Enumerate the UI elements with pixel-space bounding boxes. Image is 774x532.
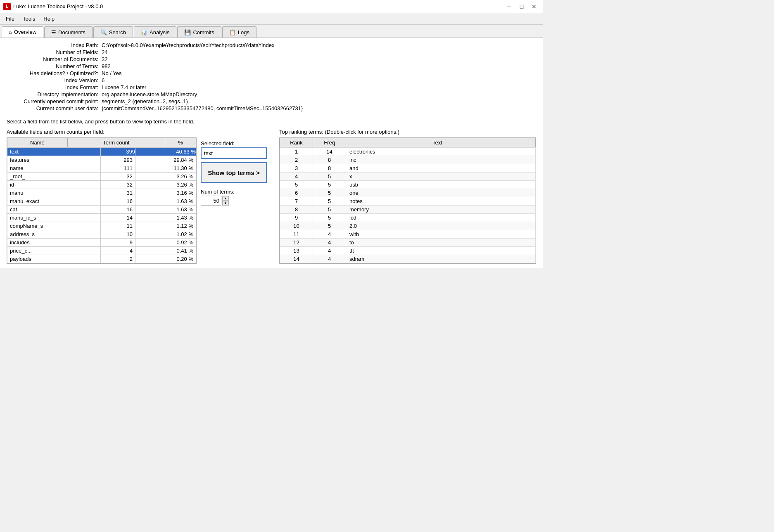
table-row[interactable]: name 111 11.30 % [7,164,196,173]
table-row[interactable]: 4 5 x [280,173,536,181]
menu-bar: File Tools Help [0,13,543,25]
field-pct: 0.20 % [135,255,196,263]
num-of-terms-input[interactable] [201,196,221,206]
table-row[interactable]: cat 16 1.63 % [7,206,196,214]
field-pct: 3.26 % [135,173,196,181]
term-text: tft [346,247,536,255]
search-icon: 🔍 [100,29,107,35]
field-pct: 11.30 % [135,164,196,173]
table-row[interactable]: manu 31 3.16 % [7,189,196,197]
table-row[interactable]: address_s 10 1.02 % [7,230,196,239]
table-row[interactable]: 5 5 usb [280,181,536,189]
tab-logs[interactable]: 📋 Logs [222,26,256,38]
table-row[interactable]: id 32 3.26 % [7,181,196,189]
term-freq: 5 [313,173,346,181]
middle-panel: Selected field: Show top terms > Num of … [201,129,275,264]
term-text: x [346,173,536,181]
table-row[interactable]: 3 8 and [280,164,536,173]
selected-field-input[interactable] [201,147,267,159]
term-freq: 4 [313,255,346,263]
field-termcount: 10 [100,230,135,239]
table-row[interactable]: 6 5 one [280,189,536,197]
field-termcount: 293 [100,156,135,164]
analysis-icon: 📊 [141,29,147,35]
field-pct: 3.26 % [135,181,196,189]
info-value: No / Yes [102,70,121,76]
show-top-terms-button[interactable]: Show top terms > [201,162,267,183]
info-row: Index Format:Lucene 7.4 or later [7,84,536,90]
term-text: usb [346,181,536,189]
table-row[interactable]: 9 5 lcd [280,214,536,222]
menu-tools[interactable]: Tools [19,15,39,23]
maximize-button[interactable]: □ [516,2,527,11]
table-row[interactable]: 2 8 inc [280,156,536,164]
info-label: Directory implementation: [7,91,102,97]
table-row[interactable]: manu_id_s 14 1.43 % [7,214,196,222]
term-freq: 14 [313,148,346,156]
term-freq: 4 [313,239,346,247]
term-freq: 5 [313,181,346,189]
field-termcount: 9 [100,239,135,247]
tab-overview[interactable]: ⌂ Overview [2,26,43,38]
term-rank: 9 [280,214,313,222]
field-pct: 1.63 % [135,206,196,214]
term-rank: 1 [280,148,313,156]
tab-commits-label: Commits [193,29,214,35]
table-row[interactable]: 10 5 2.0 [280,222,536,230]
spin-down-button[interactable]: ▼ [222,201,229,206]
tab-documents-label: Documents [58,29,85,35]
term-text: notes [346,197,536,206]
close-button[interactable]: ✕ [529,2,539,11]
tab-commits[interactable]: 💾 Commits [177,26,221,38]
info-value: org.apache.lucene.store.MMapDirectory [102,91,197,97]
logs-icon: 📋 [229,29,236,35]
terms-scroll[interactable]: 1 14 electronics 2 8 inc 3 8 and 4 5 x 5… [280,147,536,263]
table-row[interactable]: includes 9 0.92 % [7,239,196,247]
table-row[interactable]: 8 5 memory [280,206,536,214]
table-row[interactable]: 12 4 to [280,239,536,247]
tab-analysis[interactable]: 📊 Analysis [134,26,176,38]
menu-file[interactable]: File [2,15,19,23]
fields-scroll[interactable]: text 399 40.63 % features 293 29.84 % na… [7,147,196,263]
table-row[interactable]: 11 4 with [280,230,536,239]
term-freq: 5 [313,189,346,197]
tab-search[interactable]: 🔍 Search [93,26,133,38]
spin-up-button[interactable]: ▲ [222,196,229,201]
info-value: {commitCommandVer=1629521353354772480, c… [102,105,303,111]
info-label: Current commit user data: [7,105,102,111]
info-label: Has deletions? / Optimized?: [7,70,102,76]
field-name: price_c... [7,247,101,255]
menu-help[interactable]: Help [39,15,59,23]
minimize-button[interactable]: ─ [504,2,515,11]
field-name: address_s [7,230,101,239]
table-row[interactable]: features 293 29.84 % [7,156,196,164]
table-row[interactable]: compName_s 11 1.12 % [7,222,196,230]
tab-search-label: Search [109,29,126,35]
table-row[interactable]: manu_exact 16 1.63 % [7,197,196,206]
table-row[interactable]: 7 5 notes [280,197,536,206]
table-row[interactable]: _root_ 32 3.26 % [7,173,196,181]
field-pct: 1.63 % [135,197,196,206]
table-row[interactable]: price_c... 4 0.41 % [7,247,196,255]
field-name: manu_id_s [7,214,101,222]
info-value: 982 [102,63,111,69]
tab-analysis-label: Analysis [150,29,169,35]
table-row[interactable]: text 399 40.63 % [7,148,196,156]
field-termcount: 16 [100,197,135,206]
field-termcount: 4 [100,247,135,255]
table-row[interactable]: 1 14 electronics [280,148,536,156]
term-rank: 8 [280,206,313,214]
table-row[interactable]: payloads 2 0.20 % [7,255,196,263]
term-freq: 8 [313,164,346,173]
table-row[interactable]: 13 4 tft [280,247,536,255]
top-terms-title: Top ranking terms: (Double-click for mor… [279,129,536,135]
field-pct: 1.02 % [135,230,196,239]
field-name: features [7,156,101,164]
tab-documents[interactable]: ☰ Documents [44,26,93,38]
term-text: and [346,164,536,173]
table-row[interactable]: 14 4 sdram [280,255,536,263]
field-termcount: 111 [100,164,135,173]
term-freq: 5 [313,197,346,206]
info-value: segments_2 (generation=2, segs=1) [102,98,188,104]
col-termcount: Term count [67,138,165,147]
